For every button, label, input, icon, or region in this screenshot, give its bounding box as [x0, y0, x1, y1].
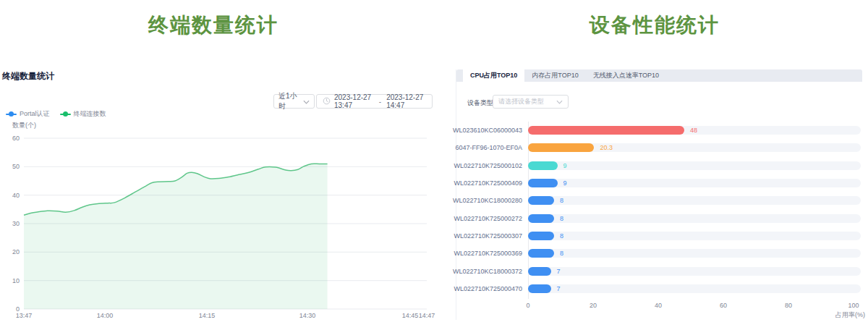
bar-value-label: 20.3: [600, 143, 613, 152]
x-tick-label: 80: [776, 302, 801, 309]
line-series-marker-icon: [60, 111, 71, 117]
bar: [528, 161, 558, 170]
x-tick-label: 14:00: [97, 312, 114, 319]
bar: [528, 232, 554, 240]
bar-track: [528, 214, 861, 223]
bar-track: [528, 143, 861, 152]
y-tick-label: 60: [12, 135, 20, 142]
x-tick-label: 0: [516, 302, 540, 309]
dashboard: 终端数量统计 设备性能统计 终端数量统计 近1小时 2023-12-27 13:…: [0, 0, 868, 330]
chevron-down-icon: [303, 98, 310, 106]
y-tick-label: 10: [12, 277, 20, 284]
x-tick-label: 14:47: [419, 312, 435, 319]
x-axis-title: 占用率(%): [823, 310, 865, 320]
device-type-placeholder: 请选择设备类型: [498, 97, 544, 106]
x-tick-label: 13:47: [16, 312, 33, 319]
terminal-area: [24, 164, 328, 309]
left-section-title: 终端数量统计: [0, 12, 427, 39]
bar-track: [528, 196, 861, 205]
x-tick-label: 20: [581, 302, 605, 309]
bar-track: [528, 161, 861, 170]
cpu-top10-bar-chart: WL023610KC06000043486047-FF96-1070-EF0A2…: [0, 0, 868, 330]
device-type-label: 设备类型: [467, 98, 493, 108]
bar-track: [528, 126, 861, 135]
legend-label: 终端连接数: [74, 109, 106, 119]
bar-chart-axis-line: [528, 122, 529, 299]
tab-inactive[interactable]: 内存占用TOP10: [524, 69, 585, 82]
x-tick-label: 40: [646, 302, 671, 309]
bar-value-label: 7: [557, 284, 561, 293]
bar-category-label: WL022710KC18000280: [453, 197, 522, 204]
chevron-down-icon: [556, 98, 563, 106]
bar-track: [528, 249, 861, 258]
bar-category-label: WL022710K725000369: [453, 250, 522, 257]
bar: [528, 143, 594, 152]
time-range-value: 近1小时: [278, 91, 303, 111]
date-range-picker[interactable]: 2023-12-27 13:47 - 2023-12-27 14:47: [316, 94, 433, 109]
bar-category-label: 6047-FF96-1070-EF0A: [453, 144, 522, 151]
bar: [528, 249, 554, 258]
bar-category-label: WL022710K725000102: [453, 162, 522, 169]
x-tick-label: 14:45: [402, 312, 419, 319]
bar: [528, 267, 551, 276]
y-tick-label: 40: [12, 192, 20, 199]
time-range-select[interactable]: 近1小时: [273, 94, 315, 109]
bar-category-label: WL023610KC06000043: [453, 127, 522, 134]
legend-item-portal[interactable]: Portal认证: [6, 109, 50, 119]
y-tick-label: 30: [12, 220, 20, 227]
tab-inactive[interactable]: 无线接入点速率TOP10: [586, 69, 666, 82]
bar-value-label: 8: [560, 196, 563, 205]
right-section-title: 设备性能统计: [441, 12, 868, 39]
bar-value-label: 9: [563, 179, 567, 187]
bar-category-label: WL022710KC18000372: [453, 268, 522, 275]
bar: [528, 126, 684, 135]
legend-label: Portal认证: [20, 109, 50, 119]
date-end: 2023-12-27 14:47: [386, 93, 426, 109]
bar-category-label: WL022710K725000307: [453, 232, 522, 240]
legend-item-terminal-connections[interactable]: 终端连接数: [60, 109, 106, 119]
terminal-count-line-chart: 010203040506013:4714:0014:1514:3014:4514…: [0, 0, 441, 330]
bar-value-label: 7: [557, 267, 561, 276]
performance-tabs: CPU占用TOP10内存占用TOP10无线接入点速率TOP10: [456, 69, 862, 82]
x-tick-label: 100: [841, 302, 866, 309]
x-tick-label: 14:30: [299, 312, 316, 319]
bar: [528, 214, 554, 223]
device-type-select[interactable]: 请选择设备类型: [493, 95, 569, 109]
bar-value-label: 8: [560, 232, 563, 240]
chart-legend: Portal认证 终端连接数: [6, 109, 106, 119]
bar-value-label: 8: [560, 249, 563, 258]
tab-active[interactable]: CPU占用TOP10: [463, 69, 524, 82]
y-tick-label: 20: [12, 248, 20, 255]
bar-track: [528, 179, 861, 187]
date-start: 2023-12-27 13:47: [334, 93, 374, 109]
terminal-chart-title: 终端数量统计: [2, 70, 54, 82]
bar-category-label: WL022710K725000272: [453, 215, 522, 222]
x-tick-label: 14:15: [199, 312, 216, 319]
bar-category-label: WL022710K725000470: [453, 285, 522, 292]
y-tick-label: 0: [16, 305, 20, 313]
bar: [528, 284, 551, 293]
bar-value-label: 48: [690, 126, 697, 135]
bar-track: [528, 284, 861, 293]
bar-value-label: 9: [563, 161, 567, 170]
line-series-marker-icon: [6, 111, 17, 117]
date-separator: -: [379, 98, 381, 106]
bar-track: [528, 232, 861, 240]
clock-icon: [323, 97, 331, 106]
bar-value-label: 8: [560, 214, 563, 223]
panel-divider: [456, 69, 456, 320]
y-tick-label: 50: [12, 163, 20, 170]
bar-track: [528, 267, 861, 276]
bar-category-label: WL022710K725000409: [453, 179, 522, 187]
x-tick-label: 60: [711, 302, 736, 309]
bar: [528, 196, 554, 205]
terminal-line: [24, 164, 328, 215]
bar: [528, 179, 558, 187]
y-axis-title: 数量(个): [12, 121, 36, 130]
